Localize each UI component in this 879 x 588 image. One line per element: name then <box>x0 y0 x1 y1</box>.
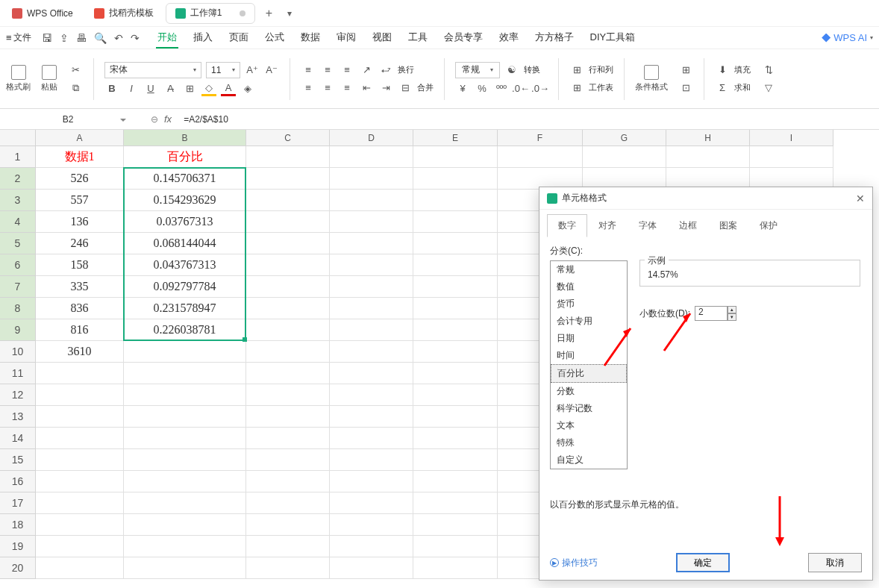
cell-C19[interactable] <box>246 536 330 557</box>
cell-E15[interactable] <box>413 449 498 471</box>
cell-E19[interactable] <box>413 536 498 557</box>
cell-E11[interactable] <box>413 363 498 384</box>
dlg-tab-pattern[interactable]: 图案 <box>708 214 748 237</box>
cell-A1[interactable]: 数据1 <box>36 146 124 168</box>
row-header-11[interactable]: 11 <box>0 363 36 384</box>
paste-button[interactable]: 粘贴 <box>41 65 57 93</box>
tab-template[interactable]: 找稻壳模板 <box>85 3 163 24</box>
row-header-10[interactable]: 10 <box>0 341 36 363</box>
cell-D16[interactable] <box>330 471 413 492</box>
font-color-button[interactable]: A <box>221 81 236 96</box>
cat-number[interactable]: 数值 <box>551 278 627 295</box>
cell-C9[interactable] <box>246 319 330 341</box>
inc-decimal-icon[interactable]: .0← <box>513 81 528 96</box>
cell-A16[interactable] <box>36 471 124 492</box>
cell-B8[interactable]: 0.231578947 <box>124 298 246 319</box>
cell-H1[interactable] <box>666 146 750 168</box>
col-header-G[interactable]: G <box>583 130 666 146</box>
cat-time[interactable]: 时间 <box>551 347 627 364</box>
currency-icon[interactable]: ¥ <box>455 81 470 96</box>
filter-icon[interactable]: ▽ <box>761 81 776 96</box>
italic-button[interactable]: I <box>124 81 139 96</box>
row-header-3[interactable]: 3 <box>0 190 36 211</box>
tab-page[interactable]: 页面 <box>228 28 250 49</box>
col-header-B[interactable]: B <box>124 130 246 146</box>
new-tab-button[interactable]: + <box>258 3 279 24</box>
row-header-2[interactable]: 2 <box>0 168 36 190</box>
cell-D20[interactable] <box>330 557 413 579</box>
cell-E20[interactable] <box>413 557 498 579</box>
indent-inc-icon[interactable]: ⇥ <box>378 81 393 96</box>
cell-D7[interactable] <box>330 276 413 298</box>
select-all-corner[interactable] <box>0 130 36 146</box>
cell-A9[interactable]: 816 <box>36 319 124 341</box>
decimal-input[interactable]: 2 <box>695 306 728 321</box>
cell-E10[interactable] <box>413 341 498 363</box>
cancel-button[interactable]: 取消 <box>808 553 862 572</box>
cat-special[interactable]: 特殊 <box>551 434 627 451</box>
cell-C15[interactable] <box>246 449 330 471</box>
cell-B16[interactable] <box>124 471 246 492</box>
align-right-icon[interactable]: ≡ <box>340 81 354 96</box>
tab-start[interactable]: 开始 <box>156 28 178 49</box>
cell-B20[interactable] <box>124 557 246 579</box>
cell-D19[interactable] <box>330 536 413 557</box>
cell-C6[interactable] <box>246 254 330 276</box>
tab-view[interactable]: 视图 <box>371 28 393 49</box>
cell-B12[interactable] <box>124 384 246 406</box>
cell-C5[interactable] <box>246 233 330 254</box>
cell-E12[interactable] <box>413 384 498 406</box>
cell-D12[interactable] <box>330 384 413 406</box>
copy-icon[interactable]: ⧉ <box>68 81 83 96</box>
cell-D8[interactable] <box>330 298 413 319</box>
cell-C8[interactable] <box>246 298 330 319</box>
cell-A7[interactable]: 335 <box>36 276 124 298</box>
tab-menu-button[interactable]: ▾ <box>279 3 300 24</box>
cell-E14[interactable] <box>413 428 498 449</box>
cell-E17[interactable] <box>413 492 498 514</box>
row-header-19[interactable]: 19 <box>0 536 36 557</box>
row-header-17[interactable]: 17 <box>0 492 36 514</box>
col-header-A[interactable]: A <box>36 130 124 146</box>
table-style-icon[interactable]: ⊞ <box>678 63 693 78</box>
cell-A14[interactable] <box>36 428 124 449</box>
cell-C12[interactable] <box>246 384 330 406</box>
cell-C2[interactable] <box>246 168 330 190</box>
cell-A11[interactable] <box>36 363 124 384</box>
align-middle-icon[interactable]: ≡ <box>320 63 335 78</box>
category-list[interactable]: 常规 数值 货币 会计专用 日期 时间 百分比 分数 科学记数 文本 特殊 自定… <box>550 260 628 469</box>
cell-B3[interactable]: 0.154293629 <box>124 190 246 211</box>
align-center-icon[interactable]: ≡ <box>320 81 335 96</box>
cell-E5[interactable] <box>413 233 498 254</box>
cell-D4[interactable] <box>330 211 413 233</box>
wrap-button[interactable]: ⮐ <box>378 63 393 78</box>
col-header-H[interactable]: H <box>666 130 750 146</box>
fill-icon[interactable]: ⬇ <box>715 63 730 78</box>
decrease-font-icon[interactable]: A⁻ <box>264 63 279 78</box>
row-header-6[interactable]: 6 <box>0 254 36 276</box>
cell-D14[interactable] <box>330 428 413 449</box>
align-left-icon[interactable]: ≡ <box>301 81 316 96</box>
cell-B9[interactable]: 0.226038781 <box>124 319 246 341</box>
cell-B2[interactable]: 0.145706371 <box>124 168 246 190</box>
tab-formula[interactable]: 公式 <box>263 28 286 49</box>
col-header-E[interactable]: E <box>413 130 498 146</box>
tab-diy[interactable]: DIY工具箱 <box>589 28 637 49</box>
cell-D9[interactable] <box>330 319 413 341</box>
dlg-tab-font[interactable]: 字体 <box>628 214 668 237</box>
tips-link[interactable]: ▶ 操作技巧 <box>550 557 598 569</box>
tab-data[interactable]: 数据 <box>299 28 322 49</box>
row-header-1[interactable]: 1 <box>0 146 36 168</box>
preview-icon[interactable]: 🔍 <box>94 32 107 44</box>
cell-D10[interactable] <box>330 341 413 363</box>
cell-C3[interactable] <box>246 190 330 211</box>
cell-A4[interactable]: 136 <box>36 211 124 233</box>
dlg-tab-align[interactable]: 对齐 <box>587 214 628 237</box>
cell-B17[interactable] <box>124 492 246 514</box>
merge-button[interactable]: ⊟ <box>398 81 413 96</box>
border-button[interactable]: ⊞ <box>182 81 197 96</box>
tab-review[interactable]: 审阅 <box>335 28 357 49</box>
tab-ffgz[interactable]: 方方格子 <box>534 28 575 49</box>
cell-A6[interactable]: 158 <box>36 254 124 276</box>
fx-icon[interactable]: fx <box>164 113 172 125</box>
